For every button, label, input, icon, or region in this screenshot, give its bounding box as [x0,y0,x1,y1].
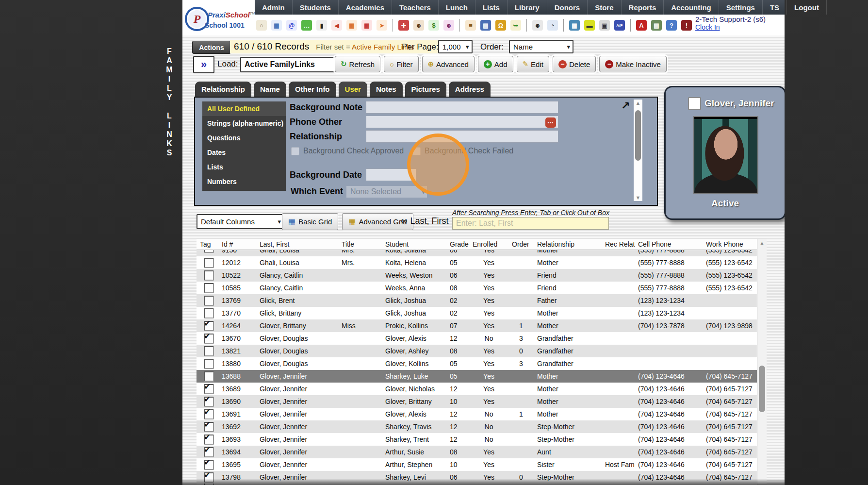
background-date-input[interactable] [366,168,416,181]
which-event-select[interactable]: None Selected [346,186,427,198]
money-icon[interactable]: $ [428,20,439,31]
col-header-id[interactable]: Id # [218,239,256,250]
refresh-button[interactable]: ↻Refresh [335,56,380,72]
tab-address[interactable]: Address [449,82,491,97]
table-row[interactable]: ✔13695Glover, JenniferArthur, Stephen10Y… [197,458,757,471]
tag-checkbox[interactable] [204,346,214,356]
tag-checkbox[interactable]: ✔ [204,409,214,419]
tag-checkbox[interactable]: ✔ [204,321,214,331]
table-row[interactable]: 13880Glover, DouglasGlover, Kollins05Yes… [197,357,757,370]
table-row[interactable]: ✔13689Glover, JenniferGlover, Nicholas12… [197,383,757,395]
phone-other-input[interactable] [366,116,558,128]
alert-icon[interactable]: ! [681,20,692,31]
menu-item-all-user-defined[interactable]: All User Defined [202,101,286,116]
add-button[interactable]: +Add [478,56,513,72]
check-card-icon[interactable]: ▬ [584,20,595,31]
bell-icon[interactable]: Ω [495,20,506,31]
table-row[interactable]: ✔13694Glover, JenniferArthur, Susie08Yes… [197,446,757,458]
tag-checkbox[interactable] [204,296,214,306]
menu-item-lists[interactable]: Lists [202,160,286,174]
pdf-icon[interactable]: A [636,20,647,31]
table-scroll-up-icon[interactable]: ▲ [757,240,767,246]
relationship-input[interactable] [366,130,558,143]
tab-other-info[interactable]: Other Info [289,82,336,97]
lunch-icon[interactable]: ≡ [465,20,476,31]
search-input[interactable] [452,217,609,230]
edit-button[interactable]: ✎Edit [517,56,549,72]
nav-item-teachers[interactable]: Teachers [392,0,439,15]
background-check-failed-checkbox[interactable] [412,147,421,155]
person-icon[interactable]: ☻ [413,20,424,31]
tag-checkbox[interactable]: ✔ [204,460,214,470]
load-select[interactable]: Active FamilyLinks [240,57,348,72]
calendar-grid-icon[interactable]: ▦ [271,20,282,31]
calendar-red-icon[interactable]: ▦ [361,20,372,31]
menu-item-strings-alpha-numeric[interactable]: Strings (alpha-numeric) [202,116,286,131]
tag-checkbox[interactable] [204,371,214,382]
table-row[interactable]: ✔13670Glover, DouglasGlover, Alexis12No3… [197,332,757,345]
search-icon[interactable]: ○ [256,20,267,31]
background-check-approved-checkbox[interactable] [291,147,299,155]
tag-checkbox[interactable] [204,308,214,318]
chat-icon[interactable]: … [301,20,312,31]
col-header-order[interactable]: Order [508,239,534,250]
col-header-rec-relation[interactable]: Rec Relation [602,239,635,250]
columns-select[interactable]: Default Columns [197,214,284,229]
phone-other-lookup-button[interactable]: ••• [545,117,556,128]
nav-item-donors[interactable]: Donors [547,0,588,15]
sound-icon[interactable]: ◀ [331,20,342,31]
table-row[interactable]: 9150Ghali, LouisaMrs.Kolta, Juliana06Yes… [197,250,757,256]
alarm-clock-icon[interactable]: ◔ [547,20,558,31]
table-row[interactable]: ✔13690Glover, JenniferGlover, Brittany10… [197,395,757,408]
tag-checkbox[interactable]: ✔ [204,472,214,483]
table-row[interactable]: ✔13693Glover, JenniferSharkey, Trent12No… [197,433,757,446]
tab-relationship[interactable]: Relationship [195,82,251,97]
table-scrollbar[interactable]: ▲ [757,239,767,485]
panel-scrollbar[interactable]: ▲ ▼ [634,100,642,201]
table-row[interactable]: ✔13691Glover, JenniferGlover, Alexis12No… [197,408,757,420]
table-row[interactable]: 10585Glancy, CaitlinWeeks, Anna08YesFrie… [197,282,757,294]
nav-item-admin[interactable]: Admin [255,0,293,15]
table-row[interactable]: ✔13798Glover, JenniferSharkey, Levi06Yes… [197,471,757,484]
megaphone-icon[interactable]: ➤ [377,20,387,31]
col-header-enrolled[interactable]: Enrolled [469,239,508,250]
menu-item-dates[interactable]: Dates [202,145,286,160]
mobile-phone-icon[interactable]: ▮ [316,20,327,31]
actions-button[interactable]: Actions [192,41,231,54]
col-header-work-phone[interactable]: Work Phone [703,239,757,250]
person-suit-icon[interactable]: ☻ [532,20,543,31]
filter-button[interactable]: ○Filter [384,56,418,72]
table-row[interactable]: 12012Ghali, LouisaMrs.Kolta, Helena05Yes… [197,256,757,269]
basic-grid-button[interactable]: ▦Basic Grid [282,213,338,230]
tab-name[interactable]: Name [254,82,286,97]
menu-item-questions[interactable]: Questions [202,131,286,145]
popout-icon[interactable]: ↗ [621,100,630,112]
ap-icon[interactable]: A/P [614,20,625,31]
tag-checkbox[interactable] [204,258,214,268]
tag-checkbox[interactable] [204,250,214,253]
nav-item-lists[interactable]: Lists [475,0,508,15]
advanced-button[interactable]: ⊕Advanced [422,56,475,72]
print-check-icon[interactable]: ▣ [599,20,610,31]
table-row[interactable]: 13770Glick, BrittanyGlick, Joshua02YesMo… [197,307,757,319]
expand-button[interactable]: » [193,56,214,73]
table-scrollbar-thumb[interactable] [759,366,765,412]
binder-icon[interactable]: ▤ [480,20,491,31]
send-note-icon[interactable]: ➥ [510,20,521,31]
family-icon[interactable]: ☻ [443,20,454,31]
nav-item-logout[interactable]: Logout [787,0,827,15]
order-select[interactable]: Name [509,40,573,53]
make-inactive-button[interactable]: −Make Inactive [599,56,667,72]
table-row[interactable]: ✔14264Glover, BrittanyMissProkic, Kollin… [197,319,757,332]
per-page-select[interactable]: 1,000 [438,40,473,53]
table-row[interactable]: 10522Glancy, CaitlinWeeks, Weston06YesFr… [197,269,757,282]
col-header-tag[interactable]: Tag [197,239,218,250]
col-header-relationship[interactable]: Relationship [534,239,602,250]
nurse-icon[interactable]: ✚ [398,20,409,31]
tag-checkbox[interactable]: ✔ [204,397,214,407]
nav-item-students[interactable]: Students [293,0,339,15]
col-header-title[interactable]: Title [338,239,382,250]
table-row[interactable]: 13821Glover, DouglasGlover, Ashley08Yes0… [197,345,757,357]
register-icon[interactable]: ▤ [651,20,662,31]
tag-checkbox[interactable]: ✔ [204,447,214,457]
